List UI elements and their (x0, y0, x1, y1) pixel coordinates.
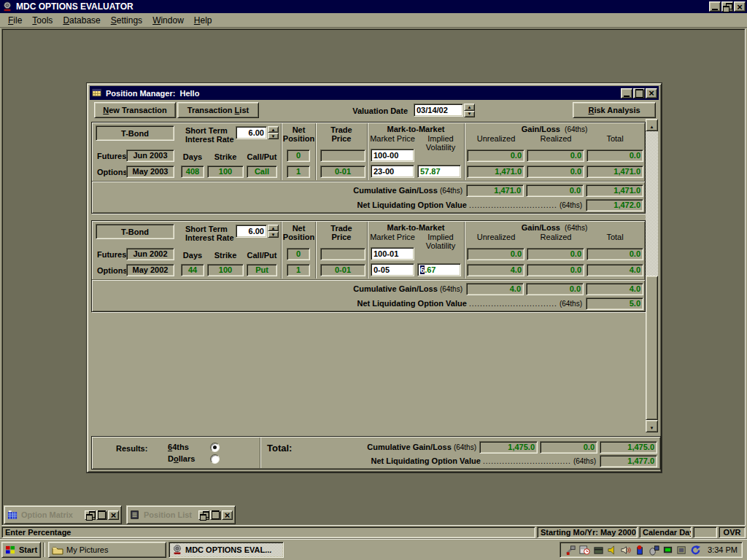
spinner-down-icon[interactable] (268, 231, 279, 238)
task-my-pictures[interactable]: My Pictures (48, 542, 166, 558)
valuation-date-input[interactable] (414, 104, 463, 117)
tray-mouse-icon[interactable] (648, 544, 659, 556)
new-transaction-button[interactable]: New Transaction (94, 102, 176, 118)
gain-loss-header: Gain/Loss (64ths) (465, 125, 643, 134)
miniwin-close-button[interactable] (108, 510, 119, 520)
implied-volatility-input[interactable]: 6.67 (417, 263, 461, 276)
options-month-field: May 2002 (126, 264, 174, 276)
close-button[interactable] (734, 1, 746, 12)
scroll-down-button[interactable] (646, 420, 658, 432)
menu-database[interactable]: Database (58, 13, 105, 28)
strike-value: 100 (207, 166, 244, 178)
net-liquidating-label: Net Liquidating Option Value ...........… (357, 299, 583, 308)
tray-pc-card-icon[interactable] (676, 544, 687, 556)
transaction-list-button[interactable]: Transaction List (177, 102, 259, 118)
maximize-icon (98, 510, 106, 519)
minimize-icon (712, 3, 718, 10)
menubar: File Tools Database Settings Window Help (0, 13, 747, 28)
gain-futures-unrealized: 0.0 (467, 248, 525, 260)
tray-tools-icon[interactable] (565, 544, 576, 556)
close-icon (111, 510, 117, 520)
taskbar-divider (43, 542, 45, 557)
menu-settings[interactable]: Settings (106, 13, 147, 28)
cumulative-total: 1,471.0 (586, 184, 643, 197)
task-label: My Pictures (66, 545, 108, 554)
callput-value: Put (247, 264, 277, 276)
divider (260, 438, 261, 468)
scroll-up-button[interactable] (646, 119, 658, 131)
trade-price-futures (320, 248, 365, 260)
results-64ths-radio[interactable] (210, 443, 220, 452)
miniwin-close-button[interactable] (222, 510, 233, 520)
menu-window[interactable]: Window (147, 13, 189, 28)
pm-titlebar[interactable]: Position Manager: Hello (90, 86, 659, 100)
spinner-up-icon[interactable] (268, 225, 279, 231)
interest-rate-input[interactable] (236, 126, 267, 139)
gain-futures-total: 0.0 (587, 149, 643, 162)
results-dollars-radio[interactable] (210, 454, 220, 464)
restore-button[interactable] (721, 1, 733, 12)
tray-volume-icon[interactable] (606, 544, 618, 556)
market-price-header: Market Price (369, 134, 416, 143)
options-month-field: May 2003 (126, 166, 174, 178)
minimize-button[interactable] (709, 1, 721, 12)
market-price-options-input[interactable] (371, 165, 414, 178)
spinner-up-icon[interactable] (464, 104, 475, 111)
short-term-rate-label: Short TermInterest Rate (185, 225, 234, 242)
task-mdc-options[interactable]: MDC OPTIONS EVAL... (169, 542, 284, 558)
miniwin-maximize-button[interactable] (96, 510, 107, 520)
spinner-down-icon[interactable] (268, 133, 279, 139)
pm-minimize-button[interactable] (621, 88, 632, 98)
options-label: Options (97, 168, 128, 176)
option-matrix-icon (7, 509, 18, 521)
market-price-futures-input[interactable] (371, 149, 414, 162)
gain-options-realized: 0.0 (527, 166, 584, 178)
implied-volatility-header: ImpliedVolatility (419, 134, 462, 152)
start-label: Start (19, 545, 37, 554)
maximize-icon (212, 510, 220, 519)
interest-rate-input[interactable] (236, 225, 267, 238)
tray-antivirus-icon[interactable] (634, 544, 646, 556)
folder-icon (52, 545, 63, 555)
short-term-rate-label: Short TermInterest Rate (185, 126, 234, 144)
trade-price-header: TradePrice (317, 224, 366, 241)
spinner-down-icon[interactable] (464, 111, 475, 118)
scrollbar-thumb[interactable] (646, 276, 658, 420)
gain-futures-realized: 0.0 (527, 149, 584, 162)
tray-sync-icon[interactable] (689, 544, 701, 556)
market-price-options-input[interactable] (371, 263, 414, 276)
instrument-button[interactable]: T-Bond (96, 125, 174, 141)
scrollbar-track[interactable] (646, 131, 658, 276)
menu-help[interactable]: Help (189, 13, 217, 28)
tray-scheduler-icon[interactable] (578, 544, 590, 556)
implied-volatility-input[interactable]: 57.87 (417, 165, 461, 178)
net-liquidating-value: 1,472.0 (586, 199, 643, 211)
panel-grid: T-Bond Short TermInterest Rate Futures J… (92, 122, 645, 181)
risk-analysis-button[interactable]: Risk Analysis (573, 102, 656, 118)
pm-close-button[interactable] (646, 88, 657, 98)
market-price-futures-input[interactable] (371, 247, 414, 260)
total-cumulative-total: 1,475.0 (600, 441, 657, 454)
instrument-button[interactable]: T-Bond (96, 224, 174, 239)
minimized-option-matrix[interactable]: Option Matrix (4, 505, 122, 524)
tray-speaker-icon[interactable] (620, 544, 632, 556)
miniwin-restore-button[interactable] (198, 510, 209, 520)
menu-tools[interactable]: Tools (27, 13, 58, 28)
spinner-up-icon[interactable] (268, 126, 279, 133)
net-position-header: NetPosition (282, 125, 315, 143)
cumulative-unrealized: 4.0 (466, 283, 524, 295)
minimized-position-list[interactable]: Position List (126, 505, 236, 524)
menu-file[interactable]: File (3, 13, 27, 28)
miniwin-maximize-button[interactable] (210, 510, 221, 520)
strike-label: Strike (207, 152, 244, 161)
mdi-area: Position Manager: Hello New Transaction … (1, 28, 746, 526)
status-starting-moyr: Starting Mo/Yr: May 2000 (537, 526, 638, 538)
miniwin-restore-button[interactable] (85, 510, 96, 520)
tray-display-icon[interactable] (662, 544, 673, 556)
start-button[interactable]: Start (1, 542, 41, 558)
results-panel: Results: 64ths Dollars Total: Cumulative… (91, 436, 661, 470)
tray-wallet-icon[interactable] (592, 544, 604, 556)
callput-label: Call/Put (247, 152, 277, 161)
pm-maximize-button[interactable] (633, 88, 645, 98)
vertical-scrollbar[interactable] (646, 119, 658, 432)
